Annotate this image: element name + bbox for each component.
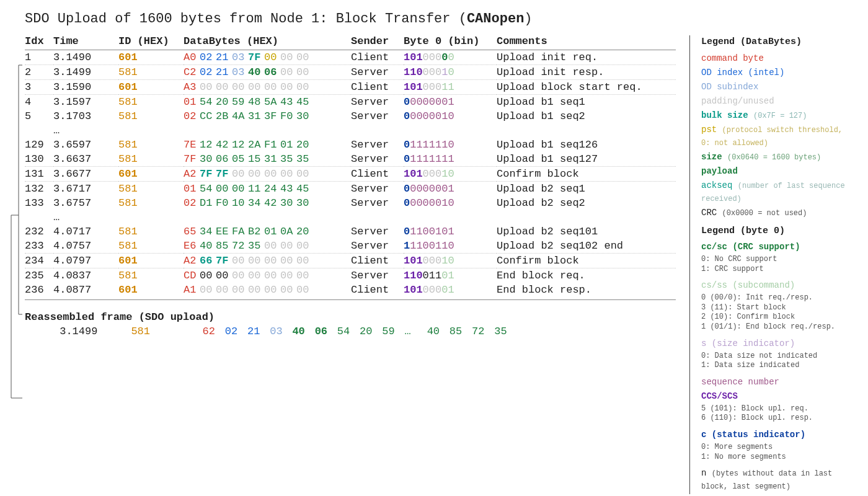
table-row: … xyxy=(25,123,676,138)
connector-lines xyxy=(4,54,25,432)
legend-item: ackseq (number of last sequence received… xyxy=(701,179,856,205)
table-row: 235 4.0837 581 CD00000000000000 Server 1… xyxy=(25,268,676,283)
legend-item: cc/sc (CRC support) xyxy=(701,241,856,254)
col-idx: Idx xyxy=(25,35,53,50)
table-row: 133 3.6757 581 02D1F01034423030 Server 0… xyxy=(25,196,676,210)
legend-item: command byte xyxy=(701,52,856,65)
table-row: 232 4.0717 581 6534EEFAB2010A20 Server 0… xyxy=(25,224,676,239)
legend-item: sequence number xyxy=(701,376,856,389)
table-row: 234 4.0797 601 A2667F0000000000 Client 1… xyxy=(25,254,676,268)
page-title: SDO Upload of 1600 bytes from Node 1: Bl… xyxy=(25,11,856,27)
col-id: ID (HEX) xyxy=(118,35,184,50)
legend-item: OD index (intel) xyxy=(701,66,856,79)
legend-panel: Legend (DataBytes) command byteOD index … xyxy=(689,35,856,494)
legend-item: OD subindex xyxy=(701,81,856,94)
table-row: 233 4.0757 581 E640857235000000 Server 1… xyxy=(25,239,676,254)
legend-item: c (status indicator) xyxy=(701,428,856,441)
legend-item: s (size indicator) xyxy=(701,337,856,350)
protocol-table: Idx Time ID (HEX) DataBytes (HEX) Sender… xyxy=(25,35,676,303)
table-row: 3 3.1590 601 A300000000000000 Client 101… xyxy=(25,80,676,95)
legend-byte0-title: Legend (byte 0) xyxy=(701,224,856,239)
table-row: 131 3.6677 601 A27F7F0000000000 Client 1… xyxy=(25,167,676,182)
legend-item: n (bytes without data in last block, las… xyxy=(701,467,856,493)
col-byte0: Byte 0 (bin) xyxy=(404,35,497,50)
legend-item: CRC (0x0000 = not used) xyxy=(701,206,856,219)
legend-item: pst (protocol switch threshold, 0: not a… xyxy=(701,123,856,149)
reassembled-row: 3.1499 581 62 02 21 03 40 06 54 20 59 … … xyxy=(25,326,676,337)
table-header: Idx Time ID (HEX) DataBytes (HEX) Sender… xyxy=(25,35,676,50)
col-sender: Sender xyxy=(351,35,404,50)
table-row: 2 3.1499 581 C202210340060000 Server 110… xyxy=(25,65,676,80)
table-row: 4 3.1597 581 01542059485A4345 Server 000… xyxy=(25,95,676,110)
table-row: 130 3.6637 581 7F30060515313535 Server 0… xyxy=(25,152,676,167)
table-row: 129 3.6597 581 7E1242122AF10120 Server 0… xyxy=(25,138,676,152)
col-comments: Comments xyxy=(497,35,676,50)
col-data: DataBytes (HEX) xyxy=(184,35,351,50)
legend-databytes-title: Legend (DataBytes) xyxy=(701,35,856,50)
legend-item: size (0x0640 = 1600 bytes) xyxy=(701,151,856,164)
table-row: 5 3.1703 581 02CC2B4A313FF030 Server 000… xyxy=(25,109,676,123)
table-row: 132 3.6717 581 0154000011244345 Server 0… xyxy=(25,182,676,197)
legend-item: bulk size (0x7F = 127) xyxy=(701,109,856,122)
legend-item: cs/ss (subcommand) xyxy=(701,279,856,292)
col-time: Time xyxy=(53,35,118,50)
legend-item: payload xyxy=(701,165,856,178)
legend-item: padding/unused xyxy=(701,95,856,108)
reassembled-title: Reassembled frame (SDO upload) xyxy=(25,311,676,323)
table-row: … xyxy=(25,210,676,224)
table-row: 1 3.1490 601 A00221037F000000 Client 101… xyxy=(25,50,676,65)
legend-item: CCS/SCS xyxy=(701,390,856,403)
table-row: 236 4.0877 601 A100000000000000 Client 1… xyxy=(25,283,676,297)
